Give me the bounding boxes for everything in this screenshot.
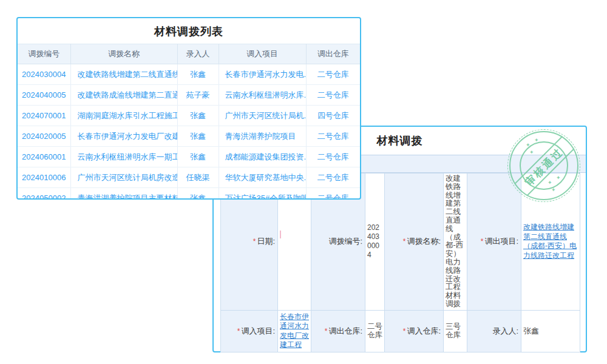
table-row[interactable]: 2024010006 广州市天河区统计局机房改造... 任晓渠 华软大厦研究基地… [18,167,360,188]
cell-in-project: 万达广场35#会所及咖啡... [219,188,306,200]
required-asterisk-icon: * [403,327,406,335]
cell-recorder: 张鑫 [177,188,219,200]
cell-transfer-name: 长春市伊通河水力发电厂改建... [70,126,177,147]
cell-in-project: 成都能源建设集团投资... [219,147,306,167]
cell-transfer-name: 改建铁路成渝线增建第二直通... [70,85,177,106]
cell-transfer-no[interactable]: 2024010006 [18,167,70,188]
cell-transfer-name: 改建铁路线增建第二线直通线... [70,64,177,85]
cell-in-project: 青海洪湖养护院项目 [219,126,306,147]
cell-transfer-name: 湖南洞庭湖水库引水工程施工... [70,106,177,126]
cell-recorder: 张鑫 [177,106,219,126]
out-warehouse-label-cell: *调出仓库: [311,310,365,352]
table-row[interactable]: 2024050002 青海洪湖养护院项目主要材料... 张鑫 万达广场35#会所… [18,188,360,200]
list-page-title: 材料调拨列表 [18,18,360,44]
cell-out-warehouse: 二号仓库 [306,167,360,188]
in-project-label-cell: *调入项目: [221,310,278,352]
transfer-no-label: 调拨编号: [328,237,362,246]
in-project-label: 调入项目: [241,326,275,335]
in-warehouse-value-cell: 三号仓库 [444,310,467,352]
cell-recorder: 张鑫 [177,126,219,147]
out-warehouse-value: 二号仓库 [367,323,382,340]
cell-transfer-name: 青海洪湖养护院项目主要材料... [70,188,177,200]
col-header-out-warehouse: 调出仓库 [306,44,360,64]
recorder-value-cell: 张鑫 [521,310,580,352]
cell-out-warehouse: 二号仓库 [306,147,360,167]
cell-out-warehouse: 二号仓库 [306,188,360,200]
list-header-row: 调拨编号 调拨名称 录入人 调入项目 调出仓库 [18,44,360,64]
cell-recorder: 任晓渠 [177,167,219,188]
col-header-transfer-no: 调拨编号 [18,44,70,64]
table-row[interactable]: 2024070001 湖南洞庭湖水库引水工程施工... 张鑫 广州市天河区统计局… [18,106,360,126]
cell-in-project: 长春市伊通河水力发电... [219,64,306,85]
cell-out-warehouse: 二号仓库 [306,85,360,106]
out-project-label-cell: *调出项目: [467,174,521,311]
cell-in-project: 华软大厦研究基地中央... [219,167,306,188]
table-row[interactable]: 2024030004 改建铁路线增建第二线直通线... 张鑫 长春市伊通河水力发… [18,64,360,85]
date-input-caret [280,231,281,238]
recorder-label-cell: 录入人: [467,310,521,352]
in-warehouse-value: 三号仓库 [446,323,465,340]
in-project-link[interactable]: 长春市伊通河水力发电厂改建工程 [280,312,309,350]
cell-in-project: 云南水利枢纽潜明水库... [219,85,306,106]
transfer-name-label: 调拨名称: [407,237,441,246]
cell-out-warehouse: 四号仓库 [306,106,360,126]
transfer-name-value-cell: 改建铁路线增建第二线直通线（成都-西安）电力线路迁改工程材料调拨 [444,174,467,311]
required-asterisk-icon: * [403,237,406,246]
col-header-recorder: 录入人 [177,44,219,64]
cell-recorder: 张鑫 [177,64,219,85]
cell-transfer-no[interactable]: 2024040005 [18,85,70,106]
table-row[interactable]: 2024020005 长春市伊通河水力发电厂改建... 张鑫 青海洪湖养护院项目… [18,126,360,147]
cell-out-warehouse: 二号仓库 [306,126,360,147]
in-project-value-cell: 长春市伊通河水力发电厂改建工程 [278,310,311,352]
cell-transfer-no[interactable]: 2024020005 [18,126,70,147]
cell-transfer-no[interactable]: 2024030004 [18,64,70,85]
out-project-label: 调出项目: [484,237,518,246]
transfer-detail-form: *日期: 调拨编号: 2024030004 *调拨名称: 改建铁路线增建第二线直… [220,173,580,352]
recorder-label: 录入人: [492,326,518,335]
table-row[interactable]: 2024040005 改建铁路成渝线增建第二直通... 苑子豪 云南水利枢纽潜明… [18,85,360,106]
out-project-value-cell: 改建铁路线增建第二线直通线（成都-西安）电力线路迁改工程 [521,174,580,311]
transfer-no-value: 2024030004 [367,223,382,260]
cell-transfer-name: 广州市天河区统计局机房改造... [70,167,177,188]
transfer-no-value-cell: 2024030004 [365,174,385,311]
cell-out-warehouse: 二号仓库 [306,64,360,85]
cell-transfer-name: 云南水利枢纽潜明水库一期工... [70,147,177,167]
transfer-name-value: 改建铁路线增建第二线直通线（成都-西安）电力线路迁改工程材料调拨 [446,175,465,309]
cell-transfer-no[interactable]: 2024050002 [18,188,70,200]
out-warehouse-label: 调出仓库: [328,326,362,335]
transfer-name-label-cell: *调拨名称: [385,174,444,311]
recorder-value: 张鑫 [523,326,539,335]
transfer-list-panel: 材料调拨列表 调拨编号 调拨名称 录入人 调入项目 调出仓库 202403000… [16,17,361,200]
in-warehouse-label: 调入仓库: [407,326,441,335]
col-header-in-project: 调入项目 [219,44,306,64]
transfer-list-table: 调拨编号 调拨名称 录入人 调入项目 调出仓库 2024030004 改建铁路线… [18,44,360,200]
cell-transfer-no[interactable]: 2024070001 [18,106,70,126]
cell-transfer-no[interactable]: 2024060001 [18,147,70,167]
cell-recorder: 苑子豪 [177,85,219,106]
required-asterisk-icon: * [237,327,240,335]
in-warehouse-label-cell: *调入仓库: [385,310,444,352]
date-label: 日期: [257,237,275,246]
out-warehouse-value-cell: 二号仓库 [365,310,385,352]
cell-in-project: 广州市天河区统计局机... [219,106,306,126]
required-asterisk-icon: * [253,237,256,246]
table-row[interactable]: 2024060001 云南水利枢纽潜明水库一期工... 张鑫 成都能源建设集团投… [18,147,360,167]
col-header-transfer-name: 调拨名称 [70,44,177,64]
cell-recorder: 张鑫 [177,147,219,167]
required-asterisk-icon: * [481,237,484,246]
required-asterisk-icon: * [325,327,328,335]
out-project-link[interactable]: 改建铁路线增建第二线直通线（成都-西安）电力线路迁改工程 [523,223,578,260]
